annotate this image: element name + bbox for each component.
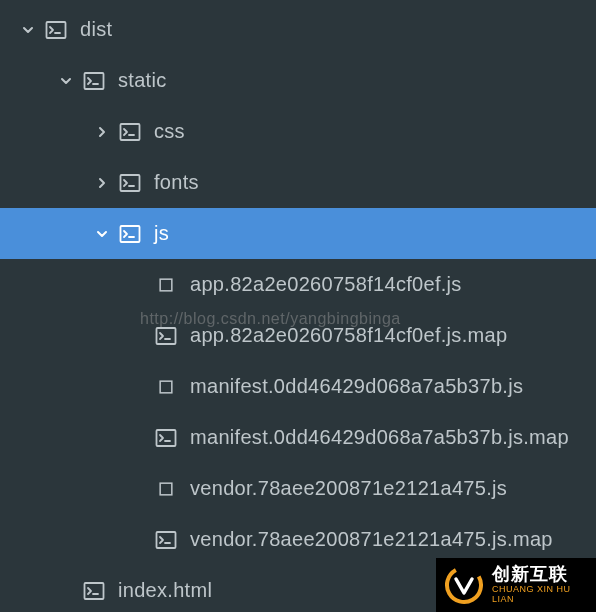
folder-css[interactable]: css (0, 106, 596, 157)
logo-text-main: 创新互联 (492, 565, 588, 585)
file-row[interactable]: app.82a2e0260758f14cf0ef.js (0, 259, 596, 310)
folder-label: dist (80, 18, 112, 41)
file-row[interactable]: app.82a2e0260758f14cf0ef.js.map (0, 310, 596, 361)
file-label: manifest.0dd46429d068a7a5b37b.js (190, 375, 523, 398)
file-label: app.82a2e0260758f14cf0ef.js.map (190, 324, 507, 347)
brand-logo: 创新互联 CHUANG XIN HU LIAN (436, 558, 596, 612)
terminal-icon (118, 120, 142, 144)
folder-js[interactable]: js (0, 208, 596, 259)
folder-label: js (154, 222, 169, 245)
chevron-right-icon (92, 173, 112, 193)
terminal-icon (154, 528, 178, 552)
file-row[interactable]: vendor.78aee200871e2121a475.js (0, 463, 596, 514)
folder-dist[interactable]: dist (0, 4, 596, 55)
terminal-icon (154, 324, 178, 348)
terminal-icon (118, 171, 142, 195)
folder-static[interactable]: static (0, 55, 596, 106)
folder-label: static (118, 69, 166, 92)
square-icon (154, 273, 178, 297)
file-tree: dist static css fonts js app.82a2e026075… (0, 0, 596, 612)
folder-label: css (154, 120, 185, 143)
folder-fonts[interactable]: fonts (0, 157, 596, 208)
file-label: app.82a2e0260758f14cf0ef.js (190, 273, 462, 296)
chevron-down-icon (18, 20, 38, 40)
file-label: manifest.0dd46429d068a7a5b37b.js.map (190, 426, 569, 449)
logo-text-sub: CHUANG XIN HU LIAN (492, 585, 588, 605)
folder-label: fonts (154, 171, 199, 194)
terminal-icon (82, 69, 106, 93)
chevron-down-icon (56, 71, 76, 91)
terminal-icon (118, 222, 142, 246)
svg-point-3 (444, 565, 484, 605)
logo-mark-icon (444, 565, 484, 605)
chevron-right-icon (92, 122, 112, 142)
terminal-icon (154, 426, 178, 450)
file-label: index.html (118, 579, 212, 602)
square-icon (154, 375, 178, 399)
square-icon (154, 477, 178, 501)
terminal-icon (44, 18, 68, 42)
file-row[interactable]: manifest.0dd46429d068a7a5b37b.js (0, 361, 596, 412)
file-row[interactable]: manifest.0dd46429d068a7a5b37b.js.map (0, 412, 596, 463)
terminal-icon (82, 579, 106, 603)
file-label: vendor.78aee200871e2121a475.js.map (190, 528, 553, 551)
file-label: vendor.78aee200871e2121a475.js (190, 477, 507, 500)
chevron-down-icon (92, 224, 112, 244)
